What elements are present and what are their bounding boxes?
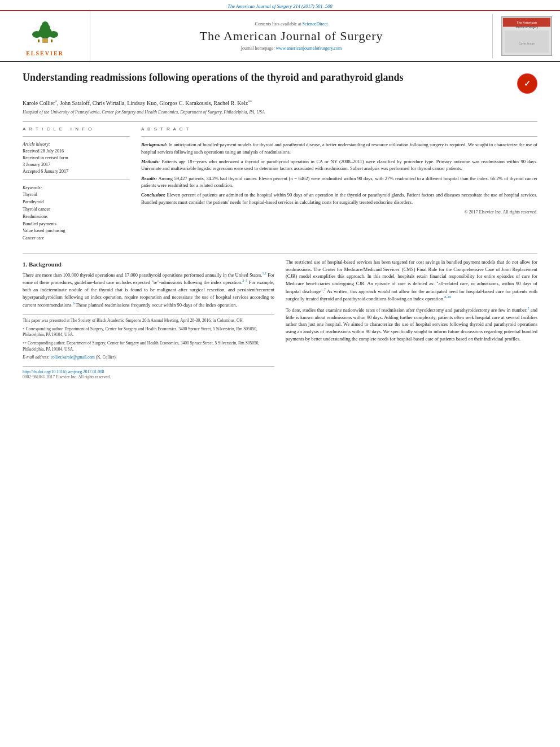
background-label: Background: xyxy=(141,142,167,147)
accepted-date: Accepted 6 January 2017 xyxy=(23,168,130,175)
footnote-corresponding-1: * Corresponding author. Department of Su… xyxy=(23,326,274,338)
homepage-label: journal homepage: xyxy=(241,46,275,51)
homepage-link[interactable]: www.americanjournalofsurgery.com xyxy=(276,46,342,51)
contents-label: Contents lists available at xyxy=(255,21,301,27)
footnote-corresponding-2: ** Corresponding author. Department of S… xyxy=(23,340,274,352)
author-names: Karole Collier*, John Sataloff, Chris Wi… xyxy=(23,100,252,106)
article-body: Understanding readmissions following ope… xyxy=(0,62,560,390)
abstract-results: Results: Among 59,427 patients, 34.2% ha… xyxy=(141,175,537,189)
crossmark-badge: ✓ xyxy=(517,73,537,94)
article-history: Article history: Received 28 July 2016 R… xyxy=(23,141,130,175)
svg-point-5 xyxy=(49,31,58,38)
affiliation: Hospital of the University of Pennsylvan… xyxy=(23,110,537,115)
abstract-conclusion: Conclusion: Eleven percent of patients a… xyxy=(141,191,537,206)
history-label: Article history: xyxy=(23,141,130,148)
article-info-header: A R T I C L E I N F O xyxy=(23,126,130,132)
divider-main xyxy=(23,254,537,254)
divider-abstract xyxy=(141,136,537,137)
keywords-label: Keywords: xyxy=(23,185,130,191)
elsevier-logo xyxy=(14,15,76,49)
main-content: 1. Background There are more than 100,00… xyxy=(23,259,537,381)
section1-para1: There are more than 100,000 thyroid oper… xyxy=(23,271,274,308)
abstract-methods: Methods: Patients age 18+-years who unde… xyxy=(141,158,537,172)
divider-kw xyxy=(23,180,130,180)
svg-rect-7 xyxy=(51,40,53,42)
keyword-5: Bundled payments xyxy=(23,221,130,228)
journal-cover-area: The American Journal of Surgery Cover Im… xyxy=(492,14,560,58)
svg-point-4 xyxy=(32,31,41,38)
received-date: Received 28 July 2016 xyxy=(23,148,130,155)
footnotes-section: This paper was presented at The Society … xyxy=(23,314,274,361)
info-abstract-section: A R T I C L E I N F O Article history: R… xyxy=(23,126,537,247)
journal-title-area: Contents lists available at ScienceDirec… xyxy=(90,17,492,55)
section1-para2: The restricted use of hospital-based ser… xyxy=(286,259,537,303)
sciencedirect-line: Contents lists available at ScienceDirec… xyxy=(102,21,481,27)
keyword-6: Value based purchasing xyxy=(23,228,130,235)
svg-point-3 xyxy=(42,21,49,28)
keyword-1: Thyroid xyxy=(23,191,130,199)
methods-label: Methods: xyxy=(141,159,160,164)
svg-text:The American: The American xyxy=(516,21,536,24)
keyword-2: Parathyroid xyxy=(23,199,130,206)
divider-1 xyxy=(23,121,537,122)
main-left-column: 1. Background There are more than 100,00… xyxy=(23,259,274,381)
sciencedirect-link[interactable]: ScienceDirect xyxy=(303,21,328,27)
journal-header: ELSEVIER Contents lists available at Sci… xyxy=(0,11,560,62)
doi-line: http://dx.doi.org/10.1016/j.amjsurg.2017… xyxy=(23,369,274,374)
bottom-bar: http://dx.doi.org/10.1016/j.amjsurg.2017… xyxy=(23,366,274,381)
conclusion-label: Conclusion: xyxy=(141,192,165,198)
publisher-logo-area: ELSEVIER xyxy=(0,11,90,61)
abstract-column: A B S T R A C T Background: In anticipat… xyxy=(141,126,537,247)
elsevier-name: ELSEVIER xyxy=(26,50,64,56)
page: The American Journal of Surgery 214 (201… xyxy=(0,0,560,747)
journal-cover-image: The American Journal of Surgery Cover Im… xyxy=(501,16,552,56)
article-title-section: Understanding readmissions following ope… xyxy=(23,71,537,94)
abstract-background: Background: In anticipation of bundled-p… xyxy=(141,141,537,155)
journal-reference: The American Journal of Surgery 214 (201… xyxy=(228,3,332,9)
keywords-block: Keywords: Thyroid Parathyroid Thyroid ca… xyxy=(23,185,130,242)
revised-label: Received in revised form xyxy=(23,155,130,161)
footnote-email: E-mail address: collier.karole@gmail.com… xyxy=(23,355,274,361)
elsevier-tree-icon xyxy=(25,20,65,44)
revised-date: 3 January 2017 xyxy=(23,161,130,168)
crossmark-area: ✓ xyxy=(509,71,537,94)
section1-para3: To date, studies that examine nationwide… xyxy=(286,306,537,343)
svg-rect-6 xyxy=(38,40,40,42)
footnote-presentation: This paper was presented at The Society … xyxy=(23,318,274,324)
doi-link[interactable]: http://dx.doi.org/10.1016/j.amjsurg.2017… xyxy=(23,369,104,374)
article-info-column: A R T I C L E I N F O Article history: R… xyxy=(23,126,130,247)
background-text: In anticipation of bundled-payment model… xyxy=(141,142,537,154)
keyword-4: Readmissions xyxy=(23,213,130,221)
methods-text: Patients age 18+-years who underwent a t… xyxy=(141,159,537,171)
svg-text:✓: ✓ xyxy=(524,79,531,88)
conclusion-text: Eleven percent of patients are admitted … xyxy=(141,192,537,204)
section1-title: 1. Background xyxy=(23,261,274,268)
svg-text:Cover Image: Cover Image xyxy=(519,42,535,45)
divider-info xyxy=(23,136,130,137)
main-right-column: The restricted use of hospital-based ser… xyxy=(286,259,537,381)
article-title: Understanding readmissions following ope… xyxy=(23,71,509,84)
abstract-copyright: © 2017 Elsevier Inc. All rights reserved… xyxy=(141,209,537,216)
results-text: Among 59,427 patients, 34.2% had thyroid… xyxy=(141,176,537,188)
keyword-3: Thyroid cancer xyxy=(23,206,130,213)
keywords-list: Thyroid Parathyroid Thyroid cancer Readm… xyxy=(23,191,130,242)
abstract-text: Background: In anticipation of bundled-p… xyxy=(141,141,537,215)
abstract-header: A B S T R A C T xyxy=(141,126,537,132)
journal-homepage: journal homepage: www.americanjournalofs… xyxy=(102,46,481,51)
authors: Karole Collier*, John Sataloff, Chris Wi… xyxy=(23,99,537,106)
issn-line: 0002-9610/© 2017 Elsevier Inc. All right… xyxy=(23,374,274,379)
svg-text:Journal of Surgery: Journal of Surgery xyxy=(515,26,538,29)
journal-title: The American Journal of Surgery xyxy=(102,29,481,43)
journal-reference-bar: The American Journal of Surgery 214 (201… xyxy=(0,0,560,11)
results-label: Results: xyxy=(141,176,157,181)
keyword-7: Cancer care xyxy=(23,235,130,242)
email-link[interactable]: collier.karole@gmail.com xyxy=(51,355,95,360)
